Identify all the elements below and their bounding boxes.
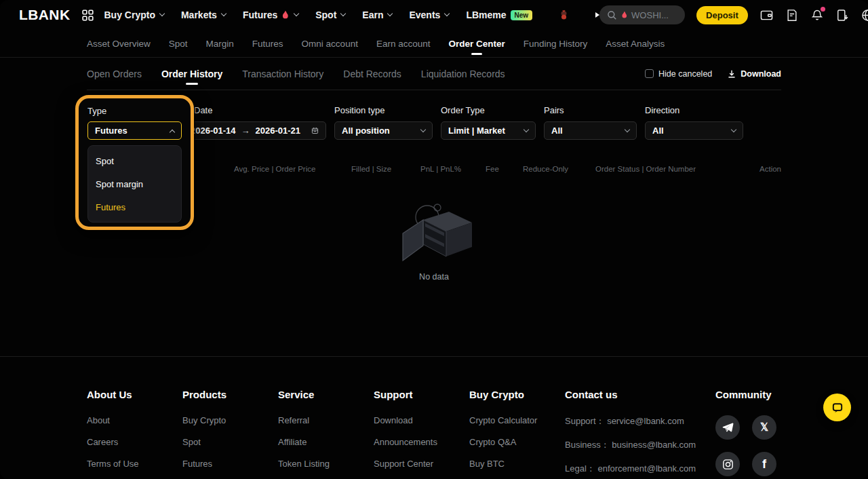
app-download-icon[interactable] [835,8,849,22]
footer-heading: About Us [87,389,182,400]
position-type-select[interactable]: All position [334,121,433,140]
date-range-input[interactable]: 2026-01-14 → 2026-01-21 [183,121,326,140]
lbank-logo[interactable]: LBANK [19,7,71,23]
footer-link-token-listing[interactable]: Token Listing [278,459,374,469]
nav-earn[interactable]: Earn [362,9,392,20]
notifications-icon[interactable] [810,8,824,22]
chevron-down-icon [731,126,736,132]
empty-state-text: No data [419,272,449,282]
footer-link-download[interactable]: Download [374,415,469,425]
tab-debt-records[interactable]: Debt Records [343,59,401,89]
order-type-label: Order Type [441,105,536,115]
orders-icon[interactable] [785,8,799,22]
date-start-value: 2026-01-14 [191,126,236,136]
pairs-select[interactable]: All [544,121,637,140]
deposit-button[interactable]: Deposit [696,6,748,24]
footer-link-buy-crypto[interactable]: Buy Crypto [182,415,278,425]
accnav-earn-account[interactable]: Earn account [376,30,431,57]
footer-link-support-center[interactable]: Support Center [374,459,469,469]
pairs-label: Pairs [544,105,637,115]
footer-link-futures[interactable]: Futures [182,459,278,469]
type-option-spot[interactable]: Spot [88,149,181,172]
footer-link-about[interactable]: About [87,415,182,425]
date-filter-label: Date [183,105,326,115]
nav-earn-label: Earn [362,9,383,20]
download-icon [727,69,736,79]
accnav-order-center[interactable]: Order Center [448,30,505,57]
x-icon[interactable]: 𝕏 [752,415,776,440]
footer-col-contact: Contact us Support： service@lbank.com Bu… [565,389,715,479]
hide-canceled-toggle[interactable]: Hide canceled [645,69,712,79]
footer-contact-support[interactable]: Support： service@lbank.com [565,415,715,427]
footer-contact-legal[interactable]: Legal： enforcement@lbank.com [565,463,715,475]
calendar-icon [311,125,319,136]
col-avg-price: Avg. Price | Order Price [234,165,315,173]
chevron-down-icon [294,11,299,16]
nav-spot[interactable]: Spot [315,9,345,20]
footer-link-crypto-qa[interactable]: Crypto Q&A [469,437,565,447]
col-pnl: PnL | PnL% [420,165,461,173]
footer-link-announcements[interactable]: Announcements [374,437,469,447]
col-filled-size: Filled | Size [351,165,391,173]
date-end-value: 2026-01-21 [256,126,301,136]
order-tabs: Open Orders Order History Transaction Hi… [87,59,505,89]
social-links: 𝕏 f [715,415,817,476]
footer-col-products: Products Buy Crypto Spot Futures [182,389,278,479]
chat-icon [831,401,844,415]
nav-futures-label: Futures [243,9,277,20]
accnav-asset-analysis[interactable]: Asset Analysis [606,30,665,57]
nav-markets[interactable]: Markets [181,9,226,20]
footer-link-buy-btc[interactable]: Buy BTC [469,459,565,469]
tab-transaction-history[interactable]: Transaction History [242,59,323,89]
footer-heading: Buy Crypto [469,389,565,400]
nav-lbmeme[interactable]: LBmemeNew [466,9,532,20]
order-tabs-row: Open Orders Order History Transaction Hi… [87,58,781,90]
footer-contact-business[interactable]: Business： business@lbank.com [565,439,715,451]
nav-buy-crypto[interactable]: Buy Crypto [104,9,164,20]
accnav-asset-overview[interactable]: Asset Overview [87,30,151,57]
search-icon [607,10,617,20]
new-badge: New [511,10,533,20]
notification-dot [821,7,825,12]
tab-open-orders[interactable]: Open Orders [87,59,142,89]
order-type-value: Limit | Market [448,126,519,136]
accnav-omni-account[interactable]: Omni account [302,30,358,57]
order-type-select[interactable]: Limit | Market [441,121,536,140]
type-select[interactable]: Futures [87,121,182,140]
accnav-spot[interactable]: Spot [169,30,188,57]
search-input[interactable]: WOSHI... [599,5,685,24]
app-grid-icon[interactable] [82,9,94,21]
language-icon[interactable] [861,8,868,22]
tab-order-history[interactable]: Order History [161,59,222,89]
footer-link-spot[interactable]: Spot [182,437,278,447]
nav-spot-label: Spot [315,9,336,20]
live-chat-button[interactable] [823,394,851,421]
position-type-value: All position [342,126,416,136]
direction-select[interactable]: All [645,121,743,140]
nav-events[interactable]: Events [409,9,449,20]
facebook-icon[interactable]: f [752,452,776,476]
download-button[interactable]: Download [727,69,781,79]
footer: About Us About Careers Terms of Use Prod… [87,389,868,479]
footer-link-careers[interactable]: Careers [87,437,182,447]
footer-link-crypto-calculator[interactable]: Crypto Calculator [469,415,565,425]
nav-lbmeme-label: LBmeme [466,9,506,20]
type-select-value: Futures [95,126,165,136]
tab-liquidation-records[interactable]: Liquidation Records [421,59,505,89]
accnav-futures[interactable]: Futures [252,30,283,57]
footer-link-affiliate[interactable]: Affiliate [278,437,374,447]
type-option-futures[interactable]: Futures [88,195,181,218]
footer-link-referral[interactable]: Referral [278,415,374,425]
nav-futures[interactable]: Futures [243,9,298,20]
instagram-icon[interactable] [715,452,740,476]
type-option-spot-margin[interactable]: Spot margin [88,172,181,195]
hide-canceled-checkbox[interactable] [645,69,654,78]
top-navbar: LBANK Buy Crypto Markets Futures Spot Ea… [0,0,868,30]
hide-canceled-label: Hide canceled [658,69,712,79]
footer-link-terms[interactable]: Terms of Use [87,459,182,469]
telegram-icon[interactable] [715,415,740,440]
accnav-funding-history[interactable]: Funding History [524,30,588,57]
wallet-icon[interactable] [760,8,774,22]
accnav-margin[interactable]: Margin [206,30,234,57]
promo-icon[interactable] [559,9,569,20]
